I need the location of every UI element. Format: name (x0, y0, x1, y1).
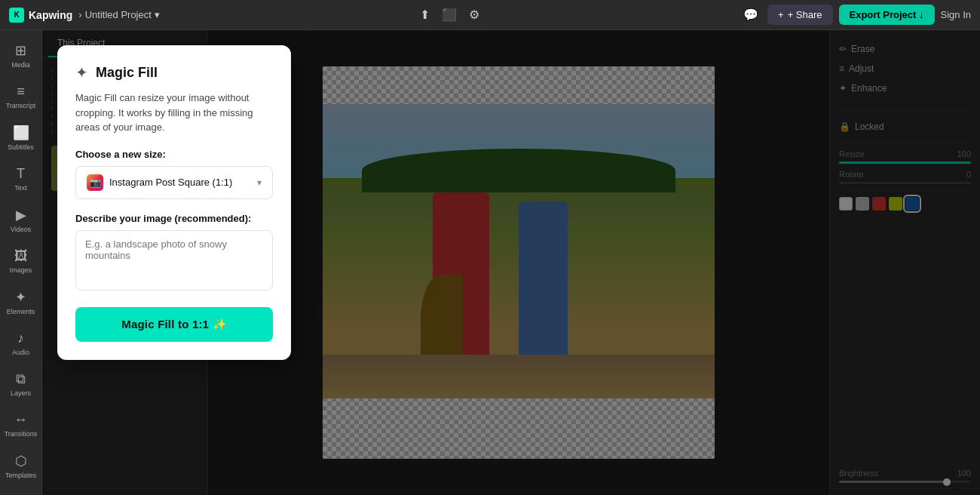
audio-icon: ♪ (17, 331, 24, 346)
chat-icon-btn[interactable]: 💬 (740, 5, 761, 25)
share-label: + Share (788, 9, 822, 20)
media-label: Media (11, 61, 30, 69)
transitions-label: Transitions (5, 430, 38, 438)
text-label: Text (14, 184, 27, 192)
magic-fill-icon: ✦ (75, 63, 88, 81)
transcript-icon: ≡ (17, 84, 25, 100)
instagram-icon: 📷 (87, 174, 103, 191)
modal-overlay: ✦ Magic Fill Magic Fill can resize your … (42, 30, 980, 495)
magic-fill-modal: ✦ Magic Fill Magic Fill can resize your … (57, 45, 291, 360)
text-icon: T (17, 166, 25, 182)
modal-title: Magic Fill (96, 65, 158, 81)
sidebar-item-media[interactable]: ⊞ Media (2, 36, 40, 75)
subtitles-label: Subtitles (8, 143, 34, 151)
elements-icon: ✦ (15, 289, 26, 306)
upload-icon-btn[interactable]: ⬆ (417, 5, 433, 25)
app-name: Kapwing (29, 9, 72, 21)
modal-header: ✦ Magic Fill (75, 63, 273, 81)
sidebar-item-subtitles[interactable]: ⬜ Subtitles (2, 118, 40, 157)
sidebar-item-transcript[interactable]: ≡ Transcript (2, 78, 40, 115)
describe-label: Describe your image (recommended): (75, 213, 273, 224)
sidebar-item-text[interactable]: T Text (2, 160, 40, 198)
sidebar-item-layers[interactable]: ⧉ Layers (2, 365, 40, 403)
topbar-center: ⬆ ⬛ ⚙ (417, 5, 482, 25)
sidebar-item-elements[interactable]: ✦ Elements (2, 283, 40, 321)
describe-textarea[interactable] (75, 230, 273, 291)
export-button[interactable]: Export Project ↓ (839, 5, 935, 25)
left-sidebar: ⊞ Media ≡ Transcript ⬜ Subtitles T Text … (0, 30, 42, 495)
transitions-icon: ↔ (14, 412, 28, 428)
settings-icon-btn[interactable]: ⚙ (466, 5, 482, 25)
magic-fill-btn-label: Magic Fill to 1:1 ✨ (121, 318, 226, 331)
title-caret[interactable]: ▾ (155, 9, 160, 20)
images-label: Images (10, 266, 32, 274)
videos-icon: ▶ (16, 207, 26, 223)
size-label: Choose a new size: (75, 149, 273, 160)
magic-fill-button[interactable]: Magic Fill to 1:1 ✨ (75, 307, 273, 342)
project-title[interactable]: Untitled Project (85, 9, 152, 20)
sidebar-item-videos[interactable]: ▶ Videos (2, 201, 40, 239)
size-dropdown[interactable]: 📷 Instagram Post Square (1:1) ▾ (75, 166, 273, 199)
videos-label: Videos (11, 226, 31, 233)
share-plus-icon: + (778, 9, 784, 20)
sidebar-item-images[interactable]: 🖼 Images (2, 242, 40, 280)
templates-label: Templates (5, 472, 36, 479)
screen-icon-btn[interactable]: ⬛ (439, 5, 460, 25)
audio-label: Audio (12, 349, 29, 356)
transcript-label: Transcript (6, 102, 36, 109)
logo-icon: K (9, 8, 24, 23)
media-icon: ⊞ (15, 42, 26, 59)
size-option-label: Instagram Post Square (1:1) (109, 177, 232, 188)
share-button[interactable]: + + Share (767, 5, 833, 25)
subtitles-icon: ⬜ (13, 125, 29, 141)
sidebar-item-transitions[interactable]: ↔ Transitions (2, 406, 40, 444)
breadcrumb: › Untitled Project ▾ (78, 9, 160, 20)
topbar: K Kapwing › Untitled Project ▾ ⬆ ⬛ ⚙ 💬 +… (0, 0, 980, 30)
layers-icon: ⧉ (16, 371, 26, 387)
layers-label: Layers (11, 389, 31, 397)
breadcrumb-arrow: › (78, 9, 81, 20)
signin-button[interactable]: Sign In (941, 9, 971, 20)
signin-label: Sign In (941, 9, 971, 20)
topbar-left: K Kapwing › Untitled Project ▾ (9, 8, 160, 23)
templates-icon: ⬡ (15, 453, 27, 469)
chevron-down-icon: ▾ (257, 177, 262, 188)
topbar-right: 💬 + + Share Export Project ↓ Sign In (740, 5, 971, 25)
images-icon: 🖼 (14, 248, 28, 264)
sidebar-item-audio[interactable]: ♪ Audio (2, 324, 40, 362)
elements-label: Elements (7, 308, 35, 315)
kapwing-logo: K Kapwing (9, 8, 72, 23)
modal-description: Magic Fill can resize your image without… (75, 91, 273, 135)
export-label: Export Project ↓ (850, 9, 924, 20)
sidebar-item-templates[interactable]: ⬡ Templates (2, 447, 40, 485)
